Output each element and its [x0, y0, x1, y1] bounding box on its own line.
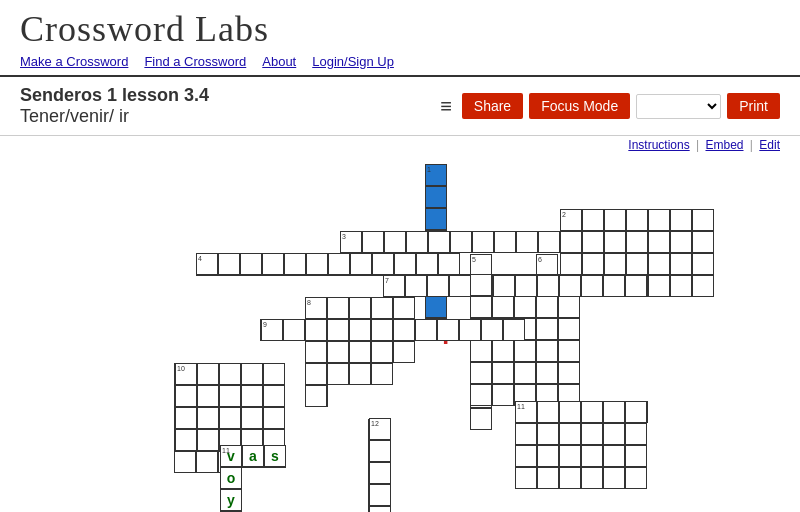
crossword-cell[interactable]	[415, 319, 437, 341]
crossword-cell[interactable]: 10	[175, 363, 197, 385]
crossword-cell[interactable]	[369, 462, 391, 484]
nav-make[interactable]: Make a Crossword	[20, 54, 128, 69]
edit-link[interactable]: Edit	[759, 138, 780, 152]
crossword-cell[interactable]	[306, 253, 328, 275]
crossword-cell[interactable]: 12	[369, 418, 391, 440]
crossword-cell[interactable]: 1	[425, 164, 447, 186]
crossword-cell[interactable]	[349, 363, 371, 385]
crossword-cell[interactable]: 7	[383, 275, 405, 297]
crossword-cell[interactable]: 2	[560, 209, 582, 231]
crossword-cell[interactable]	[537, 275, 559, 297]
crossword-cell[interactable]: 3	[340, 231, 362, 253]
crossword-cell[interactable]	[470, 408, 492, 430]
crossword-area[interactable]: 12345678910111211vasoy✛479101112811vasoy	[0, 154, 800, 512]
focus-mode-button[interactable]: Focus Mode	[529, 93, 630, 119]
crossword-cell[interactable]	[648, 231, 670, 253]
crossword-cell[interactable]	[262, 253, 284, 275]
crossword-cell[interactable]	[648, 275, 670, 297]
crossword-cell[interactable]: 8	[305, 297, 327, 319]
crossword-cell[interactable]	[371, 297, 393, 319]
crossword-cell[interactable]	[241, 385, 263, 407]
crossword-cell[interactable]	[537, 401, 559, 423]
crossword-cell[interactable]	[492, 296, 514, 318]
crossword-cell[interactable]	[559, 467, 581, 489]
crossword-cell[interactable]	[241, 363, 263, 385]
crossword-cell[interactable]	[349, 297, 371, 319]
crossword-cell[interactable]	[393, 297, 415, 319]
crossword-cell[interactable]	[626, 231, 648, 253]
crossword-cell[interactable]	[692, 275, 714, 297]
crossword-cell[interactable]	[515, 423, 537, 445]
crossword-cell[interactable]	[625, 467, 647, 489]
crossword-cell[interactable]	[692, 209, 714, 231]
crossword-cell[interactable]	[263, 407, 285, 429]
crossword-cell[interactable]	[406, 231, 428, 253]
crossword-cell[interactable]	[494, 231, 516, 253]
crossword-cell[interactable]	[625, 275, 647, 297]
crossword-cell[interactable]	[537, 467, 559, 489]
crossword-cell[interactable]	[559, 401, 581, 423]
crossword-cell[interactable]	[503, 319, 525, 341]
crossword-cell[interactable]: 6	[536, 254, 558, 276]
crossword-cell[interactable]	[558, 318, 580, 340]
crossword-cell[interactable]	[582, 253, 604, 275]
crossword-cell[interactable]	[692, 231, 714, 253]
print-button[interactable]: Print	[727, 93, 780, 119]
crossword-cell[interactable]	[516, 231, 538, 253]
crossword-cell[interactable]	[492, 340, 514, 362]
crossword-cell[interactable]	[581, 445, 603, 467]
crossword-cell[interactable]	[427, 275, 449, 297]
crossword-cell[interactable]	[328, 253, 350, 275]
crossword-cell[interactable]	[470, 274, 492, 296]
crossword-cell[interactable]	[371, 341, 393, 363]
crossword-cell[interactable]	[536, 340, 558, 362]
crossword-cell[interactable]	[625, 445, 647, 467]
crossword-cell[interactable]	[393, 341, 415, 363]
crossword-cell[interactable]	[470, 362, 492, 384]
crossword-cell[interactable]: s	[264, 445, 286, 467]
crossword-cell[interactable]	[558, 296, 580, 318]
crossword-cell[interactable]	[371, 363, 393, 385]
crossword-cell[interactable]	[537, 445, 559, 467]
crossword-cell[interactable]	[175, 429, 197, 451]
crossword-cell[interactable]	[449, 275, 471, 297]
crossword-cell[interactable]	[305, 341, 327, 363]
crossword-cell[interactable]: y	[220, 489, 242, 511]
crossword-cell[interactable]	[470, 384, 492, 406]
crossword-cell[interactable]	[174, 451, 196, 473]
crossword-cell[interactable]	[604, 253, 626, 275]
crossword-cell[interactable]	[581, 275, 603, 297]
crossword-cell[interactable]	[648, 209, 670, 231]
crossword-cell[interactable]	[472, 231, 494, 253]
crossword-cell[interactable]	[581, 467, 603, 489]
crossword-cell[interactable]	[450, 231, 472, 253]
nav-about[interactable]: About	[262, 54, 296, 69]
crossword-cell[interactable]: 11v	[220, 445, 242, 467]
share-button[interactable]: Share	[462, 93, 523, 119]
crossword-cell[interactable]	[603, 275, 625, 297]
crossword-cell[interactable]	[603, 423, 625, 445]
crossword-cell[interactable]	[558, 362, 580, 384]
crossword-cell[interactable]	[470, 340, 492, 362]
crossword-cell[interactable]	[369, 484, 391, 506]
crossword-cell[interactable]	[218, 253, 240, 275]
crossword-cell[interactable]	[560, 231, 582, 253]
crossword-cell[interactable]	[283, 319, 305, 341]
crossword-cell[interactable]	[536, 296, 558, 318]
crossword-cell[interactable]	[263, 385, 285, 407]
crossword-cell[interactable]	[394, 253, 416, 275]
crossword-cell[interactable]	[327, 363, 349, 385]
crossword-cell[interactable]	[263, 363, 285, 385]
crossword-cell[interactable]	[416, 253, 438, 275]
crossword-cell[interactable]	[581, 401, 603, 423]
crossword-cell[interactable]	[581, 423, 603, 445]
crossword-cell[interactable]	[219, 407, 241, 429]
crossword-cell[interactable]	[327, 319, 349, 341]
crossword-cell[interactable]	[175, 407, 197, 429]
crossword-cell[interactable]	[559, 445, 581, 467]
crossword-cell[interactable]	[537, 423, 559, 445]
crossword-cell[interactable]	[240, 253, 262, 275]
crossword-cell[interactable]	[670, 253, 692, 275]
crossword-cell[interactable]	[405, 275, 427, 297]
crossword-cell[interactable]: 5	[470, 254, 492, 276]
